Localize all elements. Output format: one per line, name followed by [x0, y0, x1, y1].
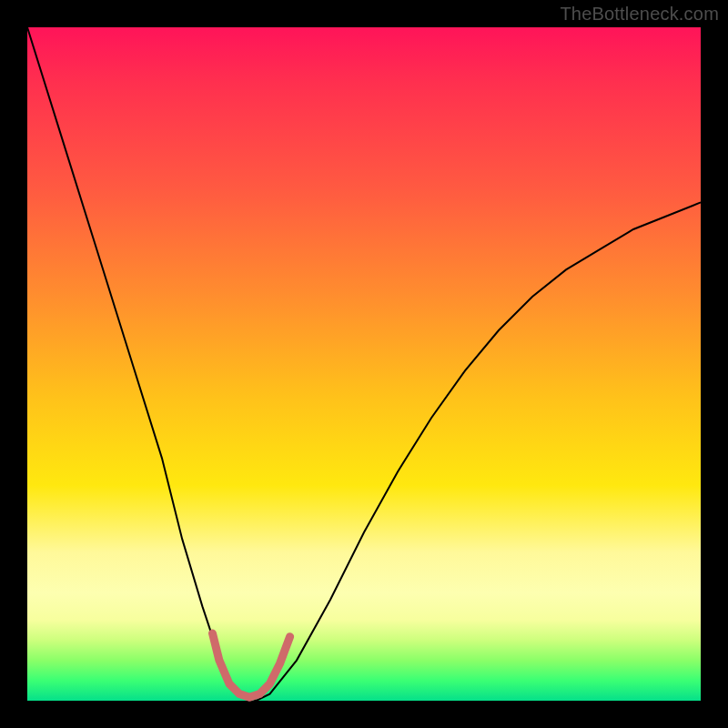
attribution-text: TheBottleneck.com [560, 4, 719, 25]
valley-marker [213, 633, 290, 697]
curve-layer [27, 27, 701, 701]
plot-area [27, 27, 701, 701]
bottleneck-curve [27, 27, 701, 701]
chart-frame: TheBottleneck.com [0, 0, 728, 728]
